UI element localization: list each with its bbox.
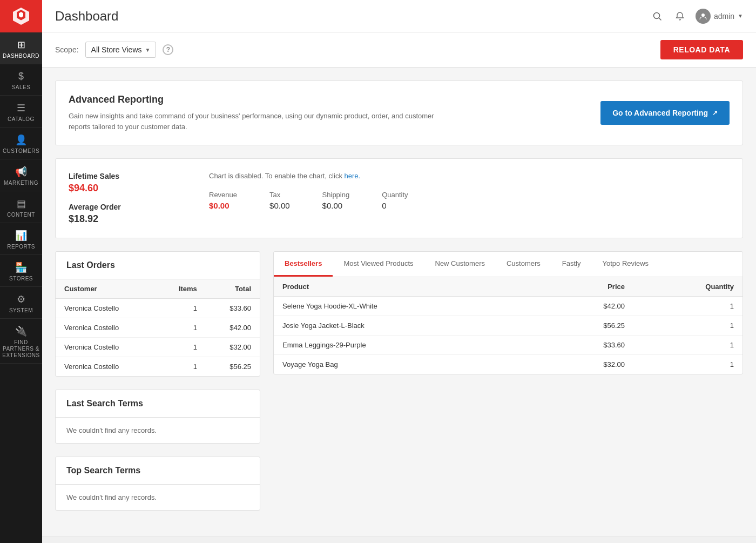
quantity-label: Quantity	[382, 191, 408, 199]
sidebar-item-content[interactable]: ▤ Content	[0, 191, 42, 223]
product-quantity: 1	[633, 355, 742, 374]
tab-yotpo[interactable]: Yotpo Reviews	[592, 252, 660, 277]
advanced-reporting-desc: Gain new insights and take command of yo…	[69, 111, 447, 132]
go-to-advanced-reporting-button[interactable]: Go to Advanced Reporting ↗	[600, 101, 730, 125]
sidebar-item-label: Dashboard	[3, 53, 39, 59]
bell-icon	[675, 11, 685, 21]
tabs-body: Product Price Quantity Selene Yoga Hoodi…	[274, 277, 742, 374]
advanced-reporting-text: Advanced Reporting Gain new insights and…	[69, 94, 447, 132]
table-row: Veronica Costello 1 $32.00	[56, 338, 260, 357]
sidebar-logo[interactable]	[0, 0, 42, 32]
store-view-select[interactable]: All Store Views ▼	[85, 42, 157, 58]
items-count: 1	[156, 318, 206, 338]
tab-bestsellers[interactable]: Bestsellers	[274, 252, 333, 277]
tab-new_customers[interactable]: New Customers	[424, 252, 496, 277]
admin-menu[interactable]: admin ▼	[696, 9, 743, 24]
dashboard-icon: ⊞	[17, 39, 25, 51]
marketing-icon: 📢	[15, 166, 27, 178]
tab-fastly[interactable]: Fastly	[551, 252, 592, 277]
product-name: Emma Leggings-29-Purple	[274, 336, 541, 355]
notifications-button[interactable]	[673, 9, 687, 23]
table-row: Voyage Yoga Bag $32.00 1	[274, 355, 742, 374]
tab-customers[interactable]: Customers	[496, 252, 551, 277]
tabs-section: BestsellersMost Viewed ProductsNew Custo…	[273, 251, 743, 374]
bestsellers-header-row: Product Price Quantity	[274, 277, 742, 297]
sidebar-item-label: Reports	[7, 244, 35, 250]
search-icon	[652, 11, 662, 21]
customer-name: Veronica Costello	[56, 299, 156, 318]
svg-point-0	[653, 12, 659, 18]
sidebar-item-label: System	[9, 307, 33, 314]
shipping-label: Shipping	[322, 191, 350, 199]
sidebar-item-label: Marketing	[4, 180, 38, 186]
advanced-reporting-title: Advanced Reporting	[69, 94, 447, 105]
sidebar-item-customers[interactable]: 👤 Customers	[0, 128, 42, 159]
product-quantity: 1	[633, 316, 742, 336]
sidebar-item-label: Find Partners & Extensions	[2, 339, 40, 359]
order-total: $56.25	[206, 357, 260, 377]
customer-name: Veronica Costello	[56, 357, 156, 377]
help-icon[interactable]: ?	[163, 44, 173, 55]
table-row: Emma Leggings-29-Purple $33.60 1	[274, 336, 742, 355]
content-icon: ▤	[17, 198, 26, 210]
search-button[interactable]	[650, 9, 664, 23]
items-count: 1	[156, 299, 206, 318]
top-header: Dashboard	[42, 0, 756, 32]
last-orders-body: Customer Items Total Veronica Costello 1…	[56, 279, 260, 376]
external-link-icon: ↗	[712, 109, 718, 117]
tab-most_viewed[interactable]: Most Viewed Products	[333, 252, 424, 277]
table-row: Veronica Costello 1 $33.60	[56, 299, 260, 318]
scope-bar: Scope: All Store Views ▼ ? Reload Data	[42, 32, 756, 68]
order-total: $42.00	[206, 318, 260, 338]
sidebar-item-label: Customers	[3, 148, 39, 155]
partners-icon: 🔌	[15, 325, 27, 337]
sidebar-item-label: Content	[7, 212, 35, 218]
sidebar-item-dashboard[interactable]: ⊞ Dashboard	[0, 32, 42, 64]
tabs-header: BestsellersMost Viewed ProductsNew Custo…	[274, 252, 742, 277]
dashboard-content: Advanced Reporting Gain new insights and…	[42, 68, 756, 537]
sidebar-item-label: Stores	[9, 276, 33, 282]
reload-data-button[interactable]: Reload Data	[660, 40, 743, 59]
quantity-value: 0	[382, 201, 408, 210]
bottom-section: Last Orders Customer Items Total	[55, 251, 743, 524]
chevron-down-icon: ▼	[738, 13, 743, 19]
header-actions: admin ▼	[650, 9, 743, 24]
reports-icon: 📊	[15, 230, 27, 242]
table-row: Veronica Costello 1 $42.00	[56, 318, 260, 338]
sidebar-item-stores[interactable]: 🏪 Stores	[0, 255, 42, 287]
sidebar-item-sales[interactable]: $ Sales	[0, 64, 42, 96]
lifetime-sales-label: Lifetime Sales	[69, 172, 187, 180]
tax-label: Tax	[269, 191, 290, 199]
last-orders-title: Last Orders	[56, 252, 260, 279]
question-mark: ?	[166, 46, 170, 53]
table-row: Veronica Costello 1 $56.25	[56, 357, 260, 377]
average-order-value: $18.92	[69, 213, 187, 225]
sidebar-item-catalog[interactable]: ☰ Catalog	[0, 96, 42, 128]
revenue-label: Revenue	[209, 191, 237, 199]
sidebar: ⊞ Dashboard $ Sales ☰ Catalog 👤 Customer…	[0, 0, 42, 543]
product-name: Josie Yoga Jacket-L-Black	[274, 316, 541, 336]
metric-quantity: Quantity 0	[382, 191, 408, 210]
sidebar-item-label: Catalog	[8, 116, 35, 123]
table-header-row: Customer Items Total	[56, 279, 260, 299]
left-panel: Last Orders Customer Items Total	[55, 251, 260, 524]
sidebar-item-reports[interactable]: 📊 Reports	[0, 223, 42, 255]
right-panel: BestsellersMost Viewed ProductsNew Custo…	[273, 251, 743, 387]
col-quantity: Quantity	[633, 277, 742, 297]
admin-name: admin	[714, 12, 734, 21]
customer-name: Veronica Costello	[56, 338, 156, 357]
table-row: Josie Yoga Jacket-L-Black $56.25 1	[274, 316, 742, 336]
scope-left: Scope: All Store Views ▼ ?	[55, 42, 173, 58]
shipping-value: $0.00	[322, 201, 350, 210]
last-orders-card: Last Orders Customer Items Total	[55, 251, 260, 377]
last-search-terms-title: Last Search Terms	[56, 390, 260, 418]
chart-enable-link[interactable]: here.	[345, 172, 361, 180]
sidebar-item-find-partners[interactable]: 🔌 Find Partners & Extensions	[0, 319, 42, 364]
col-price: Price	[541, 277, 633, 297]
sidebar-item-marketing[interactable]: 📢 Marketing	[0, 159, 42, 191]
metric-shipping: Shipping $0.00	[322, 191, 350, 210]
bestsellers-table: Product Price Quantity Selene Yoga Hoodi…	[274, 277, 742, 374]
metrics-row: Revenue $0.00 Tax $0.00 Shipping $0.00	[209, 191, 730, 210]
page-title: Dashboard	[55, 9, 118, 24]
sidebar-item-system[interactable]: ⚙ System	[0, 287, 42, 319]
